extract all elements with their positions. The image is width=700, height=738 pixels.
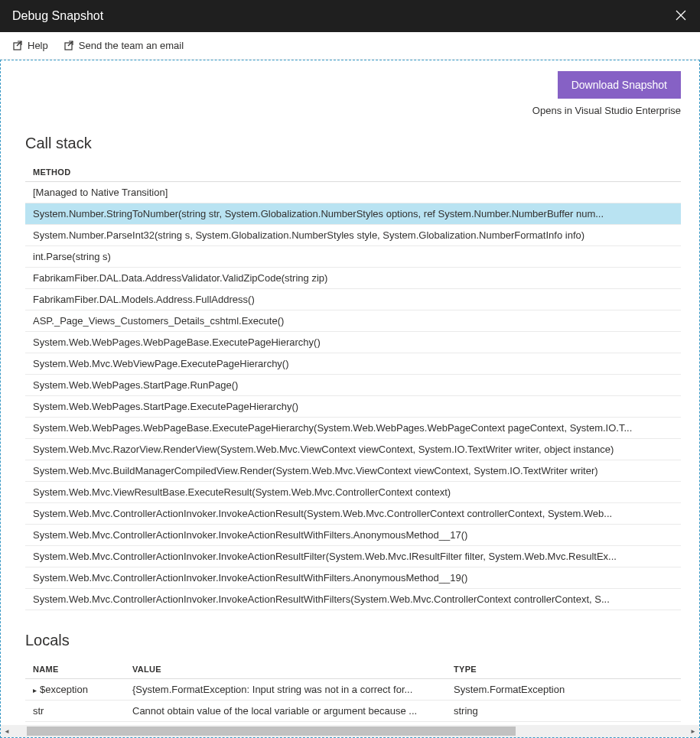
callstack-row[interactable]: int.Parse(string s) (25, 246, 681, 268)
callstack-method[interactable]: System.Web.Mvc.WebViewPage.ExecutePageHi… (25, 353, 681, 375)
callstack-method[interactable]: System.Web.Mvc.ControllerActionInvoker.I… (25, 503, 681, 525)
callstack-method[interactable]: System.Web.WebPages.StartPage.RunPage() (25, 375, 681, 396)
callstack-row[interactable]: FabrikamFiber.DAL.Data.AddressValidator.… (25, 268, 681, 289)
locals-value: Cannot obtain value of the local variabl… (125, 701, 446, 722)
external-link-icon (63, 41, 74, 51)
locals-table: NAME VALUE TYPE ▸$exception{System.Forma… (25, 660, 681, 725)
callstack-row[interactable]: FabrikamFiber.DAL.Models.Address.FullAdd… (25, 289, 681, 310)
title-bar: Debug Snapshot (0, 0, 700, 32)
callstack-method[interactable]: System.Web.Mvc.ViewResultBase.ExecuteRes… (25, 482, 681, 503)
callstack-method[interactable]: System.Web.Mvc.BuildManagerCompiledView.… (25, 460, 681, 482)
window-title: Debug Snapshot (12, 9, 103, 23)
callstack-row[interactable]: System.Number.StringToNumber(string str,… (25, 203, 681, 225)
callstack-method[interactable]: System.Web.Mvc.RazorView.RenderView(Syst… (25, 439, 681, 460)
callstack-method[interactable]: System.Web.Mvc.ControllerActionInvoker.I… (25, 589, 681, 610)
download-snapshot-button[interactable]: Download Snapshot (558, 71, 681, 99)
callstack-row[interactable]: System.Web.Mvc.ViewResultBase.ExecuteRes… (25, 482, 681, 503)
callstack-method[interactable]: System.Web.Mvc.ControllerActionInvoker.I… (25, 546, 681, 567)
callstack-row[interactable]: System.Web.Mvc.ControllerActionInvoker.I… (25, 546, 681, 567)
locals-col-type: TYPE (446, 660, 681, 679)
email-label: Send the team an email (79, 40, 184, 51)
download-caption: Opens in Visual Studio Enterprise (25, 105, 681, 116)
callstack-method[interactable]: System.Web.WebPages.WebPageBase.ExecuteP… (25, 332, 681, 353)
locals-title: Locals (25, 632, 681, 649)
callstack-row[interactable]: System.Web.WebPages.WebPageBase.ExecuteP… (25, 418, 681, 439)
callstack-method[interactable]: FabrikamFiber.DAL.Data.AddressValidator.… (25, 268, 681, 289)
scroll-left-arrow[interactable]: ◄ (1, 728, 13, 735)
content-scroll[interactable]: Download Snapshot Opens in Visual Studio… (1, 60, 699, 725)
locals-type: string (446, 701, 681, 722)
callstack-method[interactable]: System.Number.ParseInt32(string s, Syste… (25, 225, 681, 246)
callstack-method[interactable]: System.Web.Mvc.ControllerActionInvoker.I… (25, 567, 681, 589)
locals-row[interactable]: ▸$exception{System.FormatException: Inpu… (25, 679, 681, 701)
toolbar: Help Send the team an email (0, 32, 700, 60)
locals-name[interactable]: ▸$exception (25, 679, 125, 701)
locals-col-name: NAME (25, 660, 125, 679)
callstack-row[interactable]: System.Web.WebPages.StartPage.ExecutePag… (25, 396, 681, 418)
locals-row[interactable]: strCannot obtain value of the local vari… (25, 701, 681, 722)
callstack-row[interactable]: [Managed to Native Transition] (25, 182, 681, 203)
content-panel: Download Snapshot Opens in Visual Studio… (0, 60, 700, 738)
callstack-row[interactable]: System.Web.Mvc.ControllerActionInvoker.I… (25, 503, 681, 525)
callstack-title: Call stack (25, 135, 681, 152)
locals-name[interactable]: str (25, 701, 125, 722)
scroll-thumb[interactable] (27, 727, 516, 736)
locals-col-value: VALUE (125, 660, 446, 679)
callstack-method[interactable]: System.Number.StringToNumber(string str,… (25, 203, 681, 225)
callstack-col-method: METHOD (25, 163, 681, 182)
callstack-row[interactable]: System.Web.Mvc.ControllerActionInvoker.I… (25, 589, 681, 610)
callstack-method[interactable]: System.Web.WebPages.WebPageBase.ExecuteP… (25, 418, 681, 439)
callstack-method[interactable]: System.Web.Mvc.ControllerActionInvoker.I… (25, 525, 681, 546)
close-button[interactable] (671, 5, 691, 28)
callstack-table: METHOD [Managed to Native Transition]Sys… (25, 163, 681, 610)
callstack-row[interactable]: System.Web.Mvc.ControllerActionInvoker.I… (25, 567, 681, 589)
locals-value: {System.FormatException: Input string wa… (125, 679, 446, 701)
horizontal-scrollbar[interactable]: ◄ ► (1, 725, 699, 737)
callstack-row[interactable]: ASP._Page_Views_Customers_Details_cshtml… (25, 310, 681, 332)
email-link[interactable]: Send the team an email (63, 40, 184, 51)
callstack-row[interactable]: System.Web.WebPages.StartPage.RunPage() (25, 375, 681, 396)
download-area: Download Snapshot Opens in Visual Studio… (25, 71, 681, 116)
locals-type: System.FormatException (446, 679, 681, 701)
scroll-right-arrow[interactable]: ► (687, 728, 699, 735)
expand-caret-icon[interactable]: ▸ (33, 686, 37, 694)
help-link[interactable]: Help (12, 40, 48, 51)
callstack-row[interactable]: System.Web.Mvc.ControllerActionInvoker.I… (25, 525, 681, 546)
svg-rect-4 (65, 43, 72, 50)
callstack-row[interactable]: System.Web.WebPages.WebPageBase.ExecuteP… (25, 332, 681, 353)
callstack-row[interactable]: System.Web.Mvc.BuildManagerCompiledView.… (25, 460, 681, 482)
callstack-row[interactable]: System.Web.Mvc.WebViewPage.ExecutePageHi… (25, 353, 681, 375)
callstack-method[interactable]: FabrikamFiber.DAL.Models.Address.FullAdd… (25, 289, 681, 310)
callstack-row[interactable]: System.Web.Mvc.RazorView.RenderView(Syst… (25, 439, 681, 460)
callstack-row[interactable]: System.Number.ParseInt32(string s, Syste… (25, 225, 681, 246)
callstack-method[interactable]: System.Web.WebPages.StartPage.ExecutePag… (25, 396, 681, 418)
callstack-method[interactable]: ASP._Page_Views_Customers_Details_cshtml… (25, 310, 681, 332)
callstack-method[interactable]: [Managed to Native Transition] (25, 182, 681, 203)
callstack-method[interactable]: int.Parse(string s) (25, 246, 681, 268)
svg-rect-2 (14, 43, 21, 50)
external-link-icon (12, 41, 23, 51)
help-label: Help (28, 40, 48, 51)
